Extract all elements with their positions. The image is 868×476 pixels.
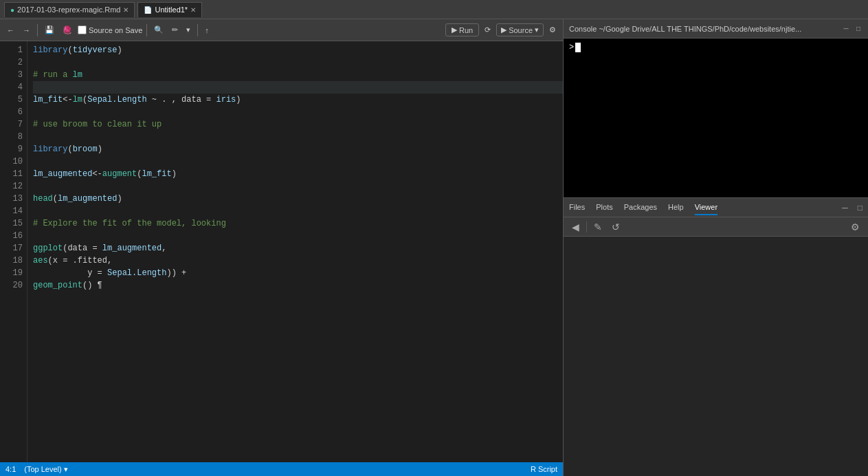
console-maximize-button[interactable]: □ bbox=[854, 25, 863, 33]
code-line-5: lm_fit <- lm(Sepal.Length ~ . , data = i… bbox=[33, 94, 563, 106]
tab-rmd-label: 2017-01-03-reprex-magic.Rmd bbox=[17, 6, 120, 14]
panel-tab-controls: ─□ bbox=[842, 203, 863, 213]
panel-edit-button[interactable]: ✎ bbox=[591, 220, 605, 234]
console-title-bar: Console ~/Google Drive/ALL THE THINGS/Ph… bbox=[564, 19, 868, 39]
source-dropdown-icon: ▾ bbox=[535, 25, 539, 34]
source-on-save-checkbox[interactable] bbox=[78, 25, 87, 34]
panel-tab-packages[interactable]: Packages bbox=[624, 200, 657, 215]
panel-settings-button[interactable]: ⚙ bbox=[848, 220, 863, 234]
file-type: R Script bbox=[531, 465, 557, 473]
code-line-20: geom_point() ¶ bbox=[33, 279, 563, 292]
source-on-save-label[interactable]: Source on Save bbox=[78, 25, 142, 34]
line-numbers: 1234567891011121314151617181920 bbox=[0, 41, 27, 462]
code-line-10 bbox=[33, 155, 563, 168]
editor-pane: ← → 💾 🧶 Source on Save 🔍 ✏ ▾ ↑ ▶ Run ⟳ bbox=[0, 19, 564, 476]
tab-untitled[interactable]: 📄 Untitled1* ✕ bbox=[137, 2, 202, 17]
title-bar: ● 2017-01-03-reprex-magic.Rmd ✕ 📄 Untitl… bbox=[0, 0, 868, 19]
code-line-1: library(tidyverse) bbox=[33, 44, 563, 56]
right-pane: Console ~/Google Drive/ALL THE THINGS/Ph… bbox=[564, 19, 868, 476]
panel-tab-viewer[interactable]: Viewer bbox=[695, 200, 717, 215]
cursor-position: 4:1 bbox=[5, 465, 16, 473]
code-editor[interactable]: library(tidyverse) # run a lm lm_fit <- … bbox=[27, 41, 563, 462]
untitled-file-icon: 📄 bbox=[144, 6, 152, 14]
code-line-8 bbox=[33, 131, 563, 143]
rerun-button[interactable]: ⟳ bbox=[482, 24, 493, 36]
rmd-file-icon: ● bbox=[10, 6, 14, 14]
console-cursor bbox=[575, 43, 581, 52]
tab-untitled-close[interactable]: ✕ bbox=[190, 6, 196, 14]
main-layout: ← → 💾 🧶 Source on Save 🔍 ✏ ▾ ↑ ▶ Run ⟳ bbox=[0, 19, 868, 476]
code-line-2 bbox=[33, 56, 563, 69]
code-line-14 bbox=[33, 205, 563, 217]
scope-indicator: (Top Level) ▾ bbox=[24, 465, 67, 474]
panel-toolbar-right: ⚙ bbox=[848, 220, 863, 234]
panel-tab-help[interactable]: Help bbox=[668, 200, 684, 215]
editor-toolbar: ← → 💾 🧶 Source on Save 🔍 ✏ ▾ ↑ ▶ Run ⟳ bbox=[0, 19, 563, 41]
panel-toolbar-sep-1 bbox=[586, 221, 587, 232]
code-line-16 bbox=[33, 230, 563, 242]
tab-rmd[interactable]: ● 2017-01-03-reprex-magic.Rmd ✕ bbox=[4, 2, 135, 17]
code-line-3: # run a lm bbox=[33, 69, 563, 81]
bottom-panels: FilesPlotsPackagesHelpViewer─□ ◀ ✎ ↺ ⚙ bbox=[564, 198, 868, 476]
code-line-13: head(lm_augmented) bbox=[33, 193, 563, 205]
panel-tabs: FilesPlotsPackagesHelpViewer─□ bbox=[564, 198, 868, 217]
format-dropdown-button[interactable]: ▾ bbox=[183, 24, 193, 36]
console-body[interactable]: > bbox=[564, 39, 868, 197]
save-button[interactable]: 💾 bbox=[42, 24, 57, 36]
panel-tab-plots[interactable]: Plots bbox=[596, 200, 612, 215]
panel-tab-files[interactable]: Files bbox=[569, 200, 585, 215]
code-line-18: aes(x = .fitted, bbox=[33, 255, 563, 267]
panel-back-button[interactable]: ◀ bbox=[569, 220, 582, 234]
code-line-15: # Explore the fit of the model, looking bbox=[33, 217, 563, 230]
source-button[interactable]: ▶ Source ▾ bbox=[496, 23, 544, 36]
code-area[interactable]: 1234567891011121314151617181920 library(… bbox=[0, 41, 563, 462]
console-prompt-symbol: > bbox=[569, 43, 574, 52]
tab-untitled-label: Untitled1* bbox=[155, 6, 188, 14]
code-line-9: library(broom) bbox=[33, 143, 563, 155]
code-line-6 bbox=[33, 106, 563, 118]
toolbar-sep-1 bbox=[37, 24, 38, 36]
console-prompt: > bbox=[569, 43, 863, 52]
search-button[interactable]: 🔍 bbox=[151, 24, 166, 36]
toolbar-sep-2 bbox=[146, 24, 147, 36]
code-line-12 bbox=[33, 180, 563, 193]
scope-dropdown-icon: ▾ bbox=[64, 465, 68, 473]
panel-minimize-button[interactable]: ─ bbox=[842, 203, 848, 213]
code-line-19: y = Sepal.Length)) + bbox=[33, 267, 563, 279]
run-button[interactable]: ▶ Run bbox=[445, 23, 479, 36]
knit-icon: 🧶 bbox=[63, 25, 72, 34]
console-minimize-button[interactable]: ─ bbox=[842, 25, 850, 33]
code-line-7: # use broom to clean it up bbox=[33, 118, 563, 131]
code-line-11: lm_augmented <- augment(lm_fit) bbox=[33, 168, 563, 180]
panel-maximize-button[interactable]: □ bbox=[858, 203, 863, 213]
console-window-controls: ─ □ bbox=[842, 25, 863, 33]
panel-body bbox=[564, 237, 868, 476]
knit-button[interactable]: 🧶 bbox=[60, 24, 75, 36]
tab-rmd-close[interactable]: ✕ bbox=[123, 6, 129, 14]
publish-button[interactable]: ↑ bbox=[202, 25, 212, 36]
code-line-17: ggplot(data = lm_augmented, bbox=[33, 242, 563, 255]
run-icon: ▶ bbox=[452, 25, 457, 34]
undo-button[interactable]: ← bbox=[4, 25, 17, 36]
redo-button[interactable]: → bbox=[20, 25, 33, 36]
panel-refresh-button[interactable]: ↺ bbox=[609, 220, 623, 234]
format-button[interactable]: ✏ bbox=[169, 24, 181, 36]
code-line-4 bbox=[33, 81, 563, 94]
console-section: Console ~/Google Drive/ALL THE THINGS/Ph… bbox=[564, 19, 868, 198]
extra-button[interactable]: ⚙ bbox=[546, 24, 559, 36]
toolbar-sep-3 bbox=[197, 24, 198, 36]
console-title-text: Console ~/Google Drive/ALL THE THINGS/Ph… bbox=[569, 25, 801, 33]
panel-toolbar: ◀ ✎ ↺ ⚙ bbox=[564, 217, 868, 237]
status-bar: 4:1 (Top Level) ▾ R Script bbox=[0, 462, 563, 476]
source-icon: ▶ bbox=[501, 25, 507, 34]
